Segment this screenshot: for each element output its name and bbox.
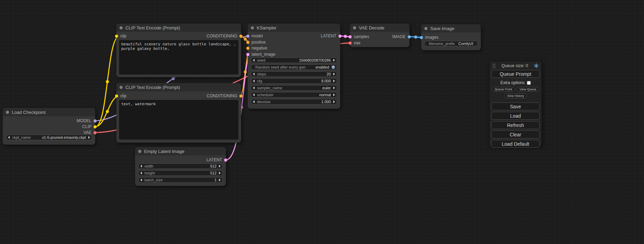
latent-slot-dot[interactable] <box>224 159 227 162</box>
decrement-arrow[interactable] <box>253 73 255 75</box>
queue-prompt-button[interactable]: Queue Prompt <box>491 70 540 78</box>
widget-filename-prefix[interactable]: filename_prefix ComfyUI <box>424 41 478 46</box>
load-default-button[interactable]: Load Default <box>491 140 540 148</box>
input-slot-clip[interactable]: clip <box>115 34 126 38</box>
model-slot-dot[interactable] <box>246 35 249 38</box>
decrement-arrow[interactable] <box>253 100 255 103</box>
increment-arrow[interactable] <box>219 172 221 174</box>
widget-denoise[interactable]: denoise 1.000 <box>251 99 337 105</box>
clear-button[interactable]: Clear <box>491 130 540 138</box>
clip-slot-dot[interactable] <box>94 125 97 128</box>
output-slot-clip[interactable]: CLIP <box>82 124 97 129</box>
input-slot-vae[interactable]: vae <box>349 40 360 45</box>
widget-seed[interactable]: seed 156680208700286 <box>251 57 337 63</box>
decrement-arrow[interactable] <box>253 80 255 82</box>
latent-slot-dot[interactable] <box>338 35 342 38</box>
decrement-arrow[interactable] <box>8 136 10 139</box>
increment-arrow[interactable] <box>219 165 221 168</box>
input-slot-negative[interactable]: negative <box>246 46 267 51</box>
widget-cfg[interactable]: cfg 8.000 <box>251 78 337 84</box>
node-title-bar[interactable]: Empty Latent Image <box>135 147 226 155</box>
increment-arrow[interactable] <box>333 73 335 75</box>
node-title-bar[interactable]: CLIP Text Encode (Prompt) <box>116 83 241 91</box>
latent-slot-dot[interactable] <box>246 53 249 56</box>
latent-slot-dot[interactable] <box>349 35 352 38</box>
node-clip-text-encode-negative[interactable]: CLIP Text Encode (Prompt) clip CONDITION… <box>116 83 241 143</box>
input-slot-latent-image[interactable]: latent_image <box>246 52 275 57</box>
node-title-bar[interactable]: Load Checkpoint <box>3 108 95 116</box>
node-vae-decode[interactable]: VAE Decode samples vae IMAGE <box>350 24 409 47</box>
increment-arrow[interactable] <box>219 179 221 181</box>
conditioning-slot-dot[interactable] <box>239 94 242 98</box>
collapse-dot[interactable] <box>251 26 254 29</box>
output-slot-conditioning[interactable]: CONDITIONING <box>206 34 242 38</box>
comfy-menu-panel[interactable]: Queue size: 0 Queue Prompt Extra options… <box>489 61 542 146</box>
node-empty-latent-image[interactable]: Empty Latent Image LATENT width 512 heig… <box>135 147 226 186</box>
increment-arrow[interactable] <box>333 100 335 103</box>
decrement-arrow[interactable] <box>253 87 255 89</box>
queue-front-button[interactable]: Queue Front <box>492 87 515 92</box>
output-slot-model[interactable]: MODEL <box>77 118 97 123</box>
clip-slot-dot[interactable] <box>115 35 118 38</box>
input-slot-samples[interactable]: samples <box>349 34 369 39</box>
node-clip-text-encode-positive[interactable]: CLIP Text Encode (Prompt) clip CONDITION… <box>116 24 241 77</box>
widget-batch-size[interactable]: batch_size 1 <box>138 177 223 183</box>
conditioning-slot-dot[interactable] <box>239 35 242 38</box>
settings-gear-icon[interactable] <box>534 63 539 68</box>
output-slot-conditioning[interactable]: CONDITIONING <box>206 93 242 98</box>
node-title-bar[interactable]: KSampler <box>248 24 340 32</box>
decrement-arrow[interactable] <box>140 165 142 168</box>
increment-arrow[interactable] <box>333 59 335 62</box>
widget-steps[interactable]: steps 20 <box>251 71 337 77</box>
prompt-textarea[interactable]: beautiful scenery nature glass bottle la… <box>119 40 238 74</box>
vae-slot-dot[interactable] <box>349 42 352 45</box>
load-button[interactable]: Load <box>491 112 540 120</box>
increment-arrow[interactable] <box>88 136 90 139</box>
node-load-checkpoint[interactable]: Load Checkpoint MODEL CLIP VAE ckpt_name… <box>3 108 95 145</box>
graph-canvas[interactable]: Load Checkpoint MODEL CLIP VAE ckpt_name… <box>0 0 644 244</box>
decrement-arrow[interactable] <box>253 93 255 96</box>
node-ksampler[interactable]: KSampler model positive negative latent_… <box>248 24 340 109</box>
node-title-bar[interactable]: VAE Decode <box>350 24 409 32</box>
decrement-arrow[interactable] <box>140 172 142 174</box>
clip-slot-dot[interactable] <box>115 94 118 98</box>
model-slot-dot[interactable] <box>94 119 97 123</box>
output-slot-image[interactable]: IMAGE <box>392 34 411 39</box>
widget-height[interactable]: height 512 <box>138 170 223 176</box>
input-slot-images[interactable]: images <box>420 35 439 40</box>
widget-sampler-name[interactable]: sampler_name euler <box>251 85 337 91</box>
collapse-dot[interactable] <box>353 26 356 29</box>
output-slot-latent[interactable]: LATENT <box>206 157 227 162</box>
image-slot-dot[interactable] <box>408 35 411 38</box>
refresh-button[interactable]: Refresh <box>491 121 540 129</box>
decrement-arrow[interactable] <box>140 179 142 181</box>
widget-width[interactable]: width 512 <box>138 163 223 169</box>
widget-ckpt-name[interactable]: ckpt_name v1-5-pruned-emaonly.ckpt <box>6 135 92 140</box>
node-save-image[interactable]: Save Image images filename_prefix ComfyU… <box>421 24 481 50</box>
prompt-textarea[interactable]: text, watermark <box>119 100 238 139</box>
input-slot-clip[interactable]: clip <box>115 93 126 98</box>
input-slot-model[interactable]: model <box>246 34 263 38</box>
view-history-button[interactable]: View History <box>504 93 527 98</box>
collapse-dot[interactable] <box>120 26 123 29</box>
drag-handle-icon[interactable] <box>492 63 496 68</box>
conditioning-slot-dot[interactable] <box>246 41 249 44</box>
image-slot-dot[interactable] <box>420 36 423 39</box>
collapse-dot[interactable] <box>138 150 141 153</box>
save-button[interactable]: Save <box>491 102 540 110</box>
widget-scheduler[interactable]: scheduler normal <box>251 92 337 98</box>
collapse-dot[interactable] <box>6 111 9 114</box>
extra-options-checkbox[interactable] <box>527 81 531 85</box>
node-title-bar[interactable]: Save Image <box>421 24 481 33</box>
output-slot-latent[interactable]: LATENT <box>321 34 342 38</box>
input-slot-positive[interactable]: positive <box>246 40 266 45</box>
vae-slot-dot[interactable] <box>94 131 97 134</box>
toggle-indicator[interactable] <box>332 65 335 69</box>
view-queue-button[interactable]: View Queue <box>517 87 539 92</box>
decrement-arrow[interactable] <box>253 59 255 62</box>
output-slot-vae[interactable]: VAE <box>83 130 97 135</box>
node-title-bar[interactable]: CLIP Text Encode (Prompt) <box>116 24 241 32</box>
conditioning-slot-dot[interactable] <box>246 47 249 50</box>
collapse-dot[interactable] <box>120 86 123 89</box>
increment-arrow[interactable] <box>333 93 335 96</box>
